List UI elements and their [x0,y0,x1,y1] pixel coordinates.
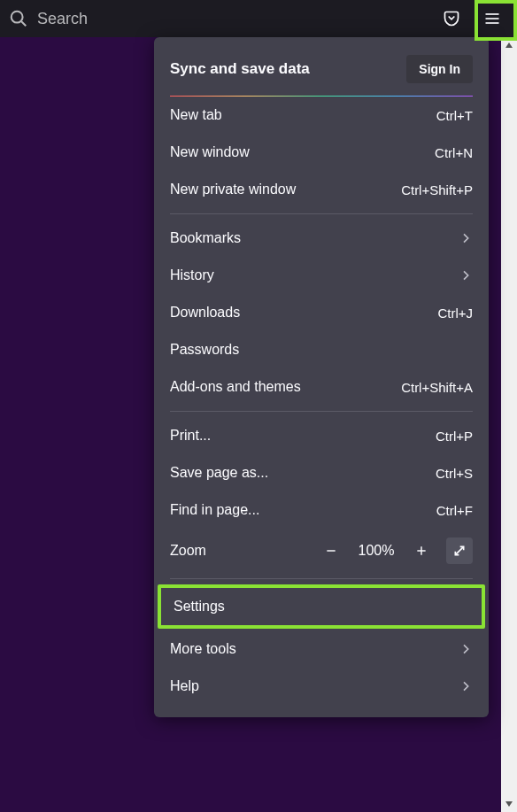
menu-item-new-tab[interactable]: New tab Ctrl+T [154,97,489,134]
menu-shortcut: Ctrl+P [436,429,473,444]
menu-label: Add-ons and themes [170,379,301,395]
menu-item-settings[interactable]: Settings [161,588,482,625]
menu-item-addons[interactable]: Add-ons and themes Ctrl+Shift+A [154,368,489,406]
menu-item-new-window[interactable]: New window Ctrl+N [154,134,489,171]
divider [170,411,473,412]
menu-label: More tools [170,641,236,657]
zoom-label: Zoom [170,543,319,559]
browser-toolbar: Search [0,0,517,37]
menu-label: New window [170,144,250,160]
menu-item-new-private-window[interactable]: New private window Ctrl+Shift+P [154,171,489,208]
zoom-in-button[interactable] [409,538,434,563]
menu-shortcut: Ctrl+F [436,503,473,518]
chevron-right-icon [459,642,473,656]
menu-shortcut: Ctrl+T [436,108,473,123]
sync-row: Sync and save data Sign In [154,44,489,96]
menu-label: Passwords [170,342,239,358]
menu-shortcut: Ctrl+S [436,466,473,481]
menu-label: New tab [170,107,222,123]
menu-label: Help [170,678,199,694]
svg-marker-6 [505,801,513,807]
vertical-scrollbar[interactable] [501,37,517,812]
search-area[interactable]: Search [5,9,430,28]
menu-item-zoom: Zoom 100% [154,529,489,573]
search-icon [9,9,28,28]
menu-item-downloads[interactable]: Downloads Ctrl+J [154,294,489,331]
svg-point-0 [12,12,23,23]
menu-item-bookmarks[interactable]: Bookmarks [154,220,489,257]
chevron-right-icon [459,268,473,282]
zoom-level: 100% [356,543,397,559]
hamburger-menu-button[interactable] [478,4,506,33]
menu-item-find-in-page[interactable]: Find in page... Ctrl+F [154,491,489,529]
application-menu: Sync and save data Sign In New tab Ctrl+… [154,37,489,717]
scroll-down-arrow[interactable] [501,796,517,812]
settings-highlight-box: Settings [158,584,485,629]
menu-label: History [170,267,214,283]
svg-line-10 [455,546,463,554]
sync-title: Sync and save data [170,60,310,78]
menu-label: Print... [170,428,211,444]
menu-item-save-page[interactable]: Save page as... Ctrl+S [154,454,489,491]
chevron-right-icon [459,231,473,245]
menu-label: Save page as... [170,465,268,481]
toolbar-right [437,4,512,33]
menu-label: Bookmarks [170,230,241,246]
menu-label: New private window [170,182,296,197]
menu-item-more-tools[interactable]: More tools [154,630,489,668]
divider [170,213,473,214]
menu-item-passwords[interactable]: Passwords [154,331,489,368]
menu-item-history[interactable]: History [154,257,489,294]
search-placeholder: Search [37,10,88,28]
zoom-controls: 100% [319,537,473,564]
menu-item-print[interactable]: Print... Ctrl+P [154,417,489,454]
sign-in-button[interactable]: Sign In [406,55,473,83]
menu-shortcut: Ctrl+N [435,145,473,160]
menu-item-help[interactable]: Help [154,668,489,705]
divider [170,578,473,579]
svg-line-1 [21,21,26,26]
svg-marker-5 [505,43,513,48]
menu-label: Settings [174,599,225,614]
menu-label: Downloads [170,305,240,321]
menu-shortcut: Ctrl+Shift+A [401,380,473,395]
chevron-right-icon [459,679,473,693]
menu-shortcut: Ctrl+J [437,305,473,321]
zoom-out-button[interactable] [319,538,343,563]
fullscreen-button[interactable] [446,537,473,564]
pocket-button[interactable] [437,4,466,33]
menu-label: Find in page... [170,502,259,518]
menu-shortcut: Ctrl+Shift+P [401,182,473,197]
scroll-up-arrow[interactable] [501,37,517,53]
